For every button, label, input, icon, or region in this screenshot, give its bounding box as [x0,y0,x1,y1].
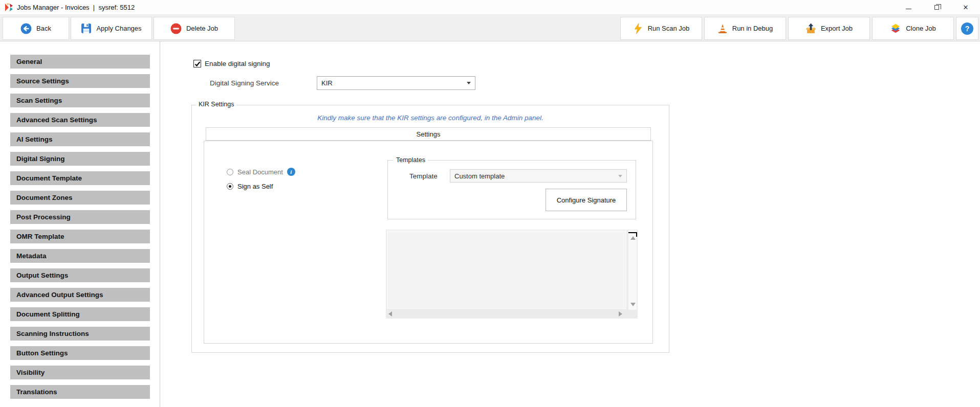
run-scan-job-label: Run Scan Job [648,25,690,32]
minimize-button[interactable] [897,0,920,15]
back-button[interactable]: Back [3,17,69,40]
kir-note-text: Kindly make sure that the KIR settings a… [191,114,669,122]
digital-signing-service-label: Digital Signing Service [210,76,279,90]
minimize-icon [906,9,911,9]
scroll-up-icon[interactable] [630,236,636,240]
resize-grip-icon-tick [636,232,637,237]
sidebar-item-document-zones[interactable]: Document Zones [10,191,150,205]
delete-icon [170,23,182,34]
chevron-down-icon [614,170,626,182]
sign-as-self-label: Sign as Self [237,183,273,190]
sidebar: GeneralSource SettingsScan SettingsAdvan… [0,41,160,407]
close-button[interactable]: ✕ [954,0,977,15]
check-icon [194,61,201,67]
lightning-icon [633,23,643,34]
sidebar-item-advanced-scan-settings[interactable]: Advanced Scan Settings [10,113,150,127]
sidebar-item-scan-settings[interactable]: Scan Settings [10,94,150,107]
apply-changes-label: Apply Changes [96,25,141,32]
sidebar-item-document-splitting[interactable]: Document Splitting [10,307,150,321]
restore-button[interactable] [925,0,948,15]
sidebar-item-digital-signing[interactable]: Digital Signing [10,152,150,166]
sidebar-item-advanced-output-settings[interactable]: Advanced Output Settings [10,288,150,302]
chevron-down-icon [463,77,475,89]
digital-signing-service-select[interactable]: KIR [317,76,475,90]
close-icon: ✕ [963,4,969,11]
sidebar-item-omr-template[interactable]: OMR Template [10,230,150,243]
configure-signature-button[interactable]: Configure Signature [546,189,627,211]
signature-preview-area [387,231,626,309]
enable-digital-signing-label: Enable digital signing [205,57,270,70]
tab-settings[interactable]: Settings [206,127,651,141]
apply-changes-button[interactable]: Apply Changes [71,17,152,40]
clone-job-label: Clone Job [906,25,936,32]
delete-job-button[interactable]: Delete Job [154,17,235,40]
clone-job-button[interactable]: Clone Job [872,17,954,40]
digital-signing-service-value: KIR [317,79,463,87]
save-icon [81,23,92,34]
enable-digital-signing-checkbox[interactable] [193,60,201,67]
sidebar-item-ai-settings[interactable]: AI Settings [10,132,150,146]
clone-layers-icon [890,23,901,34]
title-bar: Jobs Manager - Invoices | sysref: 5512 ✕ [0,0,980,15]
info-icon[interactable]: i [287,168,295,176]
back-arrow-icon [20,23,32,34]
restore-icon [934,5,939,10]
sidebar-item-document-template[interactable]: Document Template [10,171,150,185]
sidebar-item-scanning-instructions[interactable]: Scanning Instructions [10,327,150,341]
sidebar-item-post-processing[interactable]: Post Processing [10,210,150,224]
scroll-down-icon[interactable] [630,303,636,306]
help-button[interactable]: ? [956,17,978,40]
run-in-debug-button[interactable]: Run in Debug [704,17,786,40]
sign-as-self-radio[interactable] [227,183,233,190]
template-label: Template [409,169,438,183]
seal-document-radio[interactable] [227,169,233,175]
scroll-right-icon[interactable] [619,311,622,316]
seal-document-radio-row: Seal Document i [227,168,295,176]
run-in-debug-label: Run in Debug [732,25,773,32]
export-job-button[interactable]: Export Job [788,17,870,40]
template-select[interactable]: Custom template [450,169,627,183]
sidebar-item-button-settings[interactable]: Button Settings [10,346,150,360]
sidebar-item-output-settings[interactable]: Output Settings [10,268,150,282]
traffic-cone-icon [717,23,728,34]
delete-job-label: Delete Job [186,25,218,32]
sign-as-self-radio-row: Sign as Self [227,182,273,190]
template-value: Custom template [450,172,614,180]
sidebar-item-translations[interactable]: Translations [10,385,150,399]
tab-settings-label: Settings [417,130,441,138]
window-title: Jobs Manager - Invoices | sysref: 5512 [17,0,135,15]
app-logo-icon [5,3,13,12]
vertical-scrollbar[interactable] [628,230,637,310]
sidebar-item-metadata[interactable]: Metadata [10,249,150,263]
run-scan-job-button[interactable]: Run Scan Job [620,17,702,40]
help-icon: ? [961,22,973,35]
toolbar: Back Apply Changes Delete Job Run Scan J… [0,15,980,41]
export-job-label: Export Job [821,25,853,32]
sidebar-item-source-settings[interactable]: Source Settings [10,74,150,88]
scroll-left-icon[interactable] [388,311,392,316]
back-button-label: Back [36,25,51,32]
sidebar-item-general[interactable]: General [10,55,150,69]
kir-settings-legend: KIR Settings [196,101,236,108]
export-box-icon [805,23,816,34]
seal-document-label: Seal Document [237,168,283,176]
templates-legend: Templates [394,156,428,164]
sidebar-item-visibility[interactable]: Visibility [10,366,150,379]
